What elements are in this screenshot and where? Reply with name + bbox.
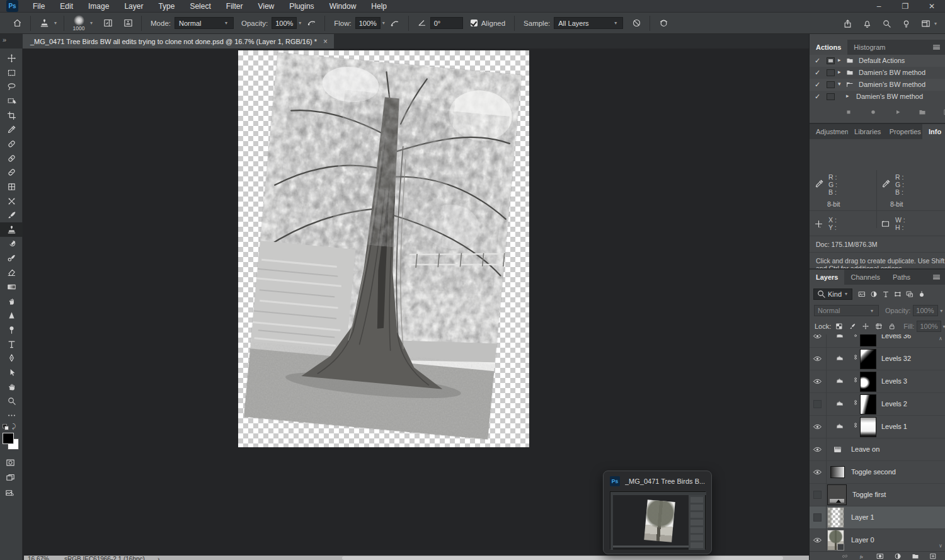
quick-mask-icon[interactable] [6,458,15,467]
link-layers-icon[interactable] [841,552,849,560]
action-check-toggle[interactable]: ✓ [815,81,820,89]
expand-chevron-icon[interactable]: ▾ [838,81,841,87]
info-tab-adjustments[interactable]: Adjustments [810,124,848,139]
filter-toggle-icon[interactable] [918,290,925,298]
menu-file[interactable]: File [25,0,52,13]
layers-tab-paths[interactable]: Paths [886,270,917,285]
preview-thumbnail[interactable] [610,491,706,549]
layer-name[interactable]: Levels 3 [881,377,907,385]
status-chevron-icon[interactable]: › [158,556,159,560]
layer-name[interactable]: Layer 1 [851,513,874,521]
document-canvas[interactable] [238,50,529,447]
art-history-brush-tool[interactable] [0,251,23,266]
action-row[interactable]: ✓▾Damien's BW method [810,79,945,91]
action-row[interactable]: ✓▸Damien's BW method [810,91,945,103]
move-tool[interactable] [0,51,23,66]
layer-name[interactable]: Leave on [851,445,879,453]
screen-mode-icon[interactable] [6,473,15,483]
layer-row-leave-on[interactable]: Leave on [810,438,945,461]
stop-button[interactable] [845,108,852,116]
layer-mask-thumbnail[interactable] [860,372,876,392]
record-button[interactable] [869,108,877,116]
menu-layer[interactable]: Layer [117,0,151,13]
expand-chevron-icon[interactable]: ▸ [838,69,841,75]
levels-adjustment-icon[interactable] [836,376,844,384]
shape-filter-icon[interactable] [894,290,902,298]
levels-adjustment-icon[interactable] [836,334,844,338]
menu-view[interactable]: View [250,0,282,13]
expand-chevron-icon[interactable]: ▸ [838,57,841,63]
ellipsis-tool[interactable] [0,408,23,423]
gradient-fill-thumbnail[interactable] [827,484,847,505]
layer-row-toggle-first[interactable]: Toggle first [810,484,945,506]
visibility-toggle[interactable] [813,513,822,522]
lightbulb-icon[interactable] [902,19,911,28]
levels-adjustment-icon[interactable] [836,353,844,361]
layer-name[interactable]: Levels 2 [881,400,907,408]
visibility-toggle[interactable] [813,354,823,363]
layer-thumbnail[interactable] [827,530,844,551]
layer-row-layer-0[interactable]: Layer 0 [810,529,945,551]
lock-transparency-icon[interactable] [835,323,843,330]
adjustment-filter-icon[interactable] [870,290,878,298]
kind-filter-select[interactable]: Kind ▾ [813,289,852,300]
menu-filter[interactable]: Filter [219,0,251,13]
lock-pixels-icon[interactable] [849,323,856,330]
image-filter-icon[interactable] [858,290,866,298]
action-row[interactable]: ✓▸Default Actions [810,55,945,67]
layer-effects-icon[interactable]: fx [859,552,866,560]
new-layer-icon[interactable] [929,552,937,560]
search-icon[interactable] [882,19,891,28]
brush-settings-icon[interactable] [100,15,116,31]
layer-thumbnail[interactable] [827,507,844,528]
visibility-toggle[interactable] [813,445,823,454]
info-tab-properties[interactable]: Properties [883,124,922,139]
eyedropper-tool[interactable] [0,122,23,137]
flow-input[interactable]: 100% [355,17,381,29]
bell-icon[interactable] [862,19,872,28]
mask-link-icon[interactable] [852,422,859,428]
layer-row-levels-32[interactable]: Levels 32 [810,348,945,370]
action-row[interactable]: ✓▸Damien's BW method [810,67,945,79]
pressure-size-icon[interactable] [655,15,672,31]
share-icon[interactable] [843,19,852,28]
actions-menu-icon[interactable] [932,42,941,52]
visibility-toggle[interactable] [813,535,823,544]
brush-tool[interactable] [0,209,23,223]
info-tab-info[interactable]: Info [922,124,945,139]
layer-row-levels-1[interactable]: Levels 1 [810,416,945,438]
mask-link-icon[interactable] [852,399,859,406]
layer-mask-thumbnail[interactable] [860,417,876,437]
lock-position-icon[interactable] [862,323,869,330]
foreground-color-swatch[interactable] [3,433,14,444]
layer-fill-input[interactable]: 100% [917,321,941,332]
clone-source-panel-icon[interactable] [120,15,136,31]
dialog-toggle[interactable] [827,69,835,76]
channel-mixer-icon[interactable] [830,443,845,455]
layer-row-levels-3[interactable]: Levels 3 [810,370,945,393]
mode-select[interactable]: Normal ▾ [175,17,234,29]
airbrush-opacity-pressure-icon[interactable] [303,15,319,31]
marquee-tool[interactable] [0,66,23,80]
visibility-toggle[interactable] [813,491,822,499]
horizontal-scrollbar[interactable] [342,556,783,560]
action-check-toggle[interactable]: ✓ [815,57,820,65]
layer-mask-thumbnail[interactable] [860,334,876,346]
restore-button[interactable]: ❐ [892,0,919,13]
menu-plugins[interactable]: Plugins [282,0,321,13]
layer-mask-thumbnail[interactable] [860,394,876,414]
crop-tool[interactable] [0,108,23,123]
dialog-toggle[interactable] [827,93,835,100]
layer-mask-thumbnail[interactable] [860,349,876,369]
actions-tab-histogram[interactable]: Histogram [847,40,891,55]
history-brush-tool[interactable] [0,237,23,251]
expand-chevron-icon[interactable]: ▸ [846,93,849,99]
type-tool[interactable] [0,337,23,351]
gradient-map-thumbnail[interactable] [830,466,845,478]
airbrush-icon[interactable] [387,15,403,31]
layer-name[interactable]: Levels 1 [881,423,907,430]
menu-type[interactable]: Type [151,0,182,13]
content-aware-move-tool[interactable] [0,194,23,209]
eyedropper-actual-icon[interactable] [815,179,824,188]
aligned-checkbox[interactable] [471,20,478,26]
